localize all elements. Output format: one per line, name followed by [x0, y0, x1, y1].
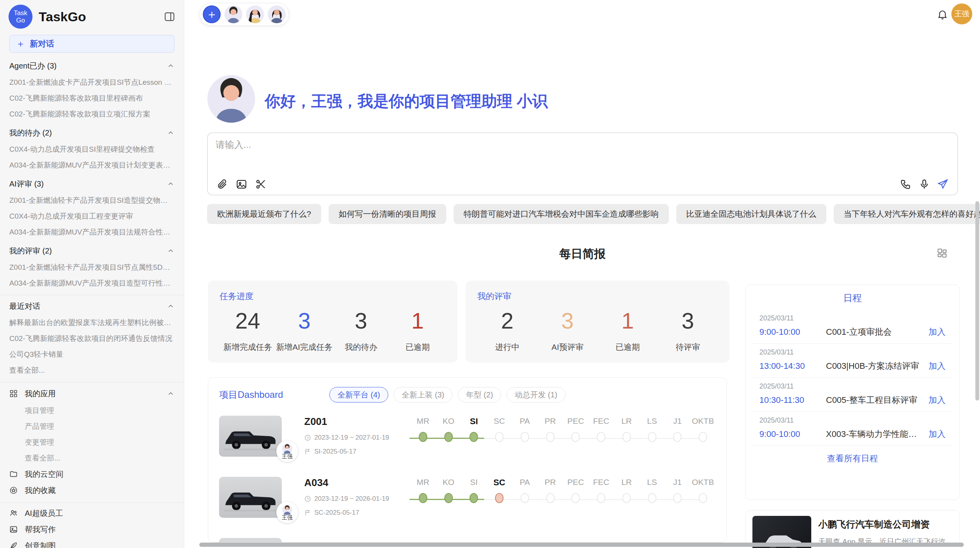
milestone-dot[interactable] — [571, 432, 580, 442]
milestone-dot-overdue[interactable] — [495, 493, 504, 503]
chevron-up-icon[interactable] — [167, 247, 175, 255]
suggestion-chip[interactable]: 当下年轻人对汽车外观有怎样的喜好趋势 — [834, 204, 980, 224]
section-my-todo[interactable]: 我的待办 (2) — [9, 124, 175, 141]
list-item[interactable]: C02-飞腾新能源轻客改款项目的闭环通告反馈情况 — [9, 331, 175, 346]
milestone-dot-done[interactable] — [444, 493, 453, 503]
section-my-review[interactable]: 我的评审 (2) — [9, 242, 175, 259]
milestone-dot[interactable] — [597, 432, 605, 442]
milestone-dot[interactable] — [521, 432, 529, 442]
agent-avatar-2[interactable] — [246, 5, 264, 23]
microphone-icon[interactable] — [918, 178, 930, 190]
view-all-apps[interactable]: 查看全部... — [9, 450, 175, 466]
tab-powertrain[interactable]: 动总开发 (1) — [507, 387, 565, 402]
list-item[interactable]: Z001-全新燃油轻卡产品开发项目SI造型提交物评审 — [9, 192, 175, 208]
suggestion-chips: 欧洲新规最近颁布了什么? 如何写一份清晰的项目周报 特朗普可能对进口汽车增税会对… — [207, 204, 959, 224]
milestone-dot[interactable] — [699, 432, 707, 442]
image-upload-icon[interactable] — [236, 178, 247, 190]
send-icon[interactable] — [937, 178, 949, 190]
milestone-dot[interactable] — [546, 432, 555, 442]
app-item-change[interactable]: 变更管理 — [9, 434, 175, 450]
list-item[interactable]: 解释最新出台的欧盟报废车法规再生塑料比例被调至15%... — [9, 315, 175, 331]
chevron-up-icon[interactable] — [167, 129, 175, 137]
sidebar-item-favorites[interactable]: 我的收藏 — [9, 482, 175, 498]
project-row-a034[interactable]: 王强 A034 2023-12-19 ~ 2026-01-19 SC-2025-… — [219, 477, 716, 518]
section-label: AI评审 (3) — [9, 179, 44, 189]
view-all-schedule-link[interactable]: 查看所有日程 — [745, 453, 959, 464]
layout-grid-icon[interactable] — [937, 248, 947, 259]
sidebar-item-ai-staff[interactable]: AI超级员工 — [9, 505, 175, 521]
milestone-dot[interactable] — [571, 493, 580, 503]
list-item[interactable]: A034-全新新能源MUV产品开发项目法规符合性评审 — [9, 224, 175, 240]
project-row-z001[interactable]: 王强 Z001 2023-12-19 ~ 2027-01-19 SI-2025-… — [219, 416, 716, 457]
chevron-up-icon[interactable] — [167, 180, 175, 188]
scissors-icon[interactable] — [255, 178, 267, 190]
join-link[interactable]: 加入 — [929, 394, 946, 406]
suggestion-chip[interactable]: 特朗普可能对进口汽车增税会对中国车企造成哪些影响 — [454, 204, 669, 224]
suggestion-chip[interactable]: 欧洲新规最近颁布了什么? — [207, 204, 321, 224]
milestone-dot[interactable] — [673, 493, 682, 503]
vertical-scrollbar[interactable] — [975, 201, 979, 401]
milestone-dot[interactable] — [648, 432, 656, 442]
sidebar-item-cloud[interactable]: 我的云空间 — [9, 466, 175, 482]
list-item[interactable]: C02-飞腾新能源轻客改款项目里程碑画布 — [9, 90, 175, 106]
list-item[interactable]: C02-飞腾新能源轻客改款项目立项汇报方案 — [9, 106, 175, 122]
milestone-dot-done[interactable] — [469, 493, 478, 503]
milestone-dot-current[interactable] — [469, 432, 478, 442]
app-item-product[interactable]: 产品管理 — [9, 418, 175, 434]
sidebar-collapse-icon[interactable] — [164, 11, 175, 22]
sidebar-item-write[interactable]: 帮我写作 — [9, 521, 175, 538]
list-item[interactable]: A034-全新新能源MUV产品开发项目计划变更表编写 — [9, 157, 175, 173]
agent-avatar-1[interactable] — [224, 5, 242, 23]
milestone-dot[interactable] — [495, 432, 504, 442]
milestone-dot[interactable] — [546, 493, 555, 503]
user-avatar[interactable]: 王强 — [951, 3, 972, 24]
section-recent-chats[interactable]: 最近对话 — [9, 298, 175, 315]
my-review-card: 我的评审 2 进行中 3 AI预评审 1 已逾期 3 待评审 — [466, 281, 730, 363]
milestone-dot[interactable] — [699, 493, 707, 503]
milestone-dot[interactable] — [648, 493, 656, 503]
agent-switcher: ＋ — [199, 3, 289, 26]
milestone-dot[interactable] — [597, 493, 605, 503]
view-all-chats[interactable]: 查看全部... — [9, 362, 175, 378]
join-link[interactable]: 加入 — [929, 360, 946, 372]
logo-line2: Go — [16, 17, 25, 24]
list-item[interactable]: 公司Q3轻卡销量 — [9, 346, 175, 362]
horizontal-scrollbar[interactable] — [199, 543, 964, 547]
list-item[interactable]: Z001-全新燃油轻卡产品开发项目SI节点属性5D文件评审 — [9, 259, 175, 275]
attachment-icon[interactable] — [216, 178, 228, 190]
milestone-dot-done[interactable] — [419, 493, 427, 503]
milestone-dot[interactable] — [673, 432, 682, 442]
milestone-dot[interactable] — [622, 493, 631, 503]
tab-new-platform[interactable]: 全新平台 (4) — [329, 387, 388, 402]
milestone-dot[interactable] — [521, 493, 529, 503]
add-agent-button[interactable]: ＋ — [203, 5, 221, 23]
tab-model-year[interactable]: 年型 (2) — [458, 387, 501, 402]
section-ai-review[interactable]: AI评审 (3) — [9, 175, 175, 192]
new-chat-button[interactable]: ＋ 新对话 — [9, 35, 175, 53]
milestone-dot-done[interactable] — [444, 432, 453, 442]
join-link[interactable]: 加入 — [929, 326, 946, 338]
join-link[interactable]: 加入 — [929, 428, 946, 440]
list-item[interactable]: Z001-全新燃油皮卡产品开发项目SI节点Lesson Learn报告 — [9, 74, 175, 90]
chat-input[interactable] — [216, 139, 943, 173]
list-item[interactable]: C0X4-动力总成开发项目SI里程碑提交物检查 — [9, 141, 175, 157]
agent-avatar-3[interactable] — [268, 5, 286, 23]
list-item[interactable]: A034-全新新能源MUV产品开发项目造型可行性评审 — [9, 275, 175, 291]
tab-new-body[interactable]: 全新上装 (3) — [394, 387, 452, 402]
chevron-up-icon[interactable] — [167, 390, 175, 397]
app-item-project[interactable]: 项目管理 — [9, 402, 175, 418]
stat-value: 1 — [598, 305, 658, 336]
list-item[interactable]: C0X4-动力总成开发项目工程变更评审 — [9, 208, 175, 224]
suggestion-chip[interactable]: 如何写一份清晰的项目周报 — [329, 204, 446, 224]
notification-bell-icon[interactable] — [937, 9, 948, 20]
chevron-up-icon[interactable] — [167, 302, 175, 310]
suggestion-chip[interactable]: 比亚迪全固态电池计划具体说了什么 — [676, 204, 826, 224]
milestone-dot[interactable] — [622, 432, 631, 442]
greeting-text: 你好，王强，我是你的项目管理助理 小识 — [265, 91, 548, 112]
section-agent-done[interactable]: Agent已办 (3) — [9, 57, 175, 74]
sidebar-item-creative[interactable]: 创意制图 — [9, 538, 175, 548]
section-my-apps[interactable]: 我的应用 — [9, 385, 175, 402]
milestone-dot-done[interactable] — [419, 432, 427, 442]
chevron-up-icon[interactable] — [167, 62, 175, 70]
phone-icon[interactable] — [900, 178, 911, 190]
